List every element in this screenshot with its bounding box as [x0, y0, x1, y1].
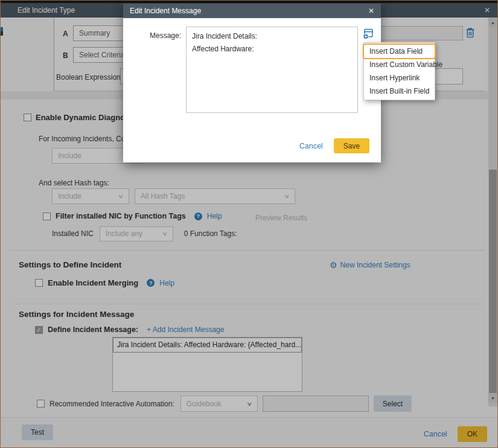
- edit-incident-message-modal: Edit Incident Message ✕ Message: Jira In…: [123, 4, 381, 162]
- menu-item-insert-built-in-field[interactable]: Insert Built-in Field: [364, 85, 435, 98]
- modal-cancel-link[interactable]: Cancel: [299, 142, 323, 150]
- menu-item-insert-hyperlink[interactable]: Insert Hyperlink: [364, 71, 435, 85]
- modal-title: Edit Incident Message: [130, 7, 201, 15]
- menu-item-insert-custom-variable[interactable]: Insert Custom Variable: [364, 58, 435, 71]
- menu-item-insert-data-field[interactable]: Insert Data Field: [364, 45, 435, 58]
- message-textarea[interactable]: Jira Incident Details: Affected Hardware…: [186, 27, 358, 113]
- insert-menu: Insert Data Field Insert Custom Variable…: [363, 42, 435, 100]
- edit-incident-type-window: Edit Incident Type ✕ A Summary B Select …: [0, 0, 498, 448]
- insert-data-field-icon[interactable]: [363, 28, 374, 39]
- modal-close-icon[interactable]: ✕: [368, 7, 374, 15]
- modal-save-button[interactable]: Save: [334, 138, 369, 153]
- message-label: Message:: [144, 31, 181, 40]
- modal-title-bar: Edit Incident Message ✕: [123, 4, 381, 18]
